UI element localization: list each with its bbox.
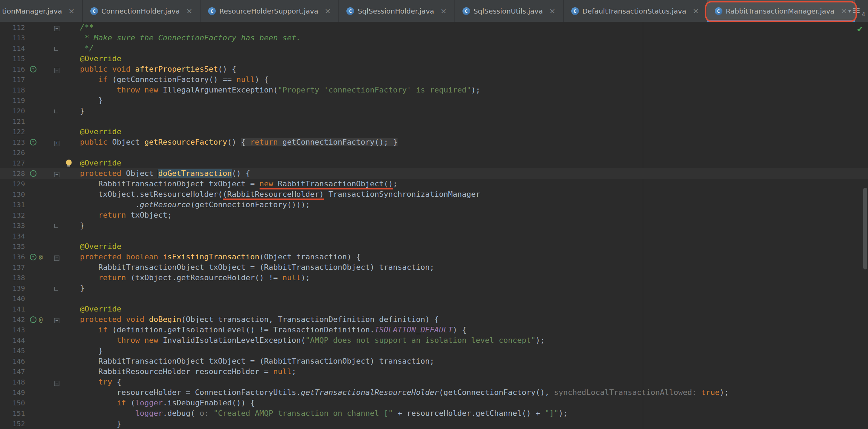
code-line-126[interactable]: 126 xyxy=(0,147,868,158)
code-token: if xyxy=(117,398,126,407)
fold-strip: + xyxy=(54,137,59,147)
tab-sqlsessionutils-java[interactable]: CSqlSessionUtils.java× xyxy=(455,0,564,22)
code-line-152[interactable]: 152 } xyxy=(0,419,868,429)
code-line-142[interactable]: 142↑@− protected void doBegin(Object tra… xyxy=(0,314,868,325)
code-line-151[interactable]: 151 logger.debug( o: "Created AMQP trans… xyxy=(0,408,868,419)
code-line-136[interactable]: 136↑@− protected boolean isExistingTrans… xyxy=(0,252,868,262)
code-line-148[interactable]: 148− try { xyxy=(0,377,868,387)
code-line-137[interactable]: 137 RabbitTransactionObject txObject = (… xyxy=(0,262,868,273)
tab-close-icon[interactable]: × xyxy=(68,7,74,15)
gutter: 141 xyxy=(0,304,62,314)
override-method-icon[interactable]: ↑ xyxy=(30,170,36,177)
code-line-149[interactable]: 149 resourceHolder = ConnectionFactoryUt… xyxy=(0,387,868,398)
fold-expand-icon[interactable]: + xyxy=(54,141,59,146)
code-line-143[interactable]: 143 if (definition.getIsolationLevel() !… xyxy=(0,325,868,335)
code-line-116[interactable]: 116↑− public void afterPropertiesSet() { xyxy=(0,64,868,74)
code-line-138[interactable]: 138 return (txObject.getResourceHolder()… xyxy=(0,273,868,283)
code-line-120[interactable]: 120 } xyxy=(0,106,868,116)
code-line-128[interactable]: 128↑− protected Object doGetTransaction(… xyxy=(0,168,868,179)
code-line-141[interactable]: 141 @Override xyxy=(0,304,868,314)
tab-resourceholdersupport-java[interactable]: CResourceHolderSupport.java× xyxy=(200,0,339,22)
fold-end-icon[interactable] xyxy=(54,287,58,291)
fold-end-icon[interactable] xyxy=(54,47,58,51)
tab-close-icon[interactable]: × xyxy=(693,7,699,15)
code-line-140[interactable]: 140 xyxy=(0,293,868,304)
code-line-134[interactable]: 134 xyxy=(0,231,868,241)
code-line-132[interactable]: 132 return txObject; xyxy=(0,210,868,220)
code-token xyxy=(62,252,80,261)
code-line-145[interactable]: 145 } xyxy=(0,346,868,356)
code-line-144[interactable]: 144 throw new InvalidIsolationLevelExcep… xyxy=(0,335,868,346)
scrollbar-thumb[interactable] xyxy=(863,188,867,269)
line-number: 150 xyxy=(0,398,25,408)
code-line-130[interactable]: 130 txObject.setResourceHolder((RabbitRe… xyxy=(0,189,868,200)
code-line-135[interactable]: 135 @Override xyxy=(0,241,868,252)
fold-collapse-icon[interactable]: − xyxy=(54,68,59,73)
code-line-115[interactable]: 115 @Override xyxy=(0,54,868,64)
code-line-147[interactable]: 147 RabbitResourceHolder resourceHolder … xyxy=(0,366,868,377)
code-text: @Override xyxy=(62,304,121,314)
gutter: 117 xyxy=(0,74,62,85)
override-method-icon[interactable]: ↑ xyxy=(30,139,36,146)
fold-collapse-icon[interactable]: − xyxy=(54,256,59,261)
fold-end-icon[interactable] xyxy=(54,224,58,228)
line-number: 116 xyxy=(0,64,25,74)
fold-end-icon[interactable] xyxy=(54,110,58,113)
code-text: .getResource(getConnectionFactory())); xyxy=(62,200,310,210)
code-line-123[interactable]: 123↑+ public Object getResourceFactory()… xyxy=(0,137,868,147)
code-line-117[interactable]: 117 if (getConnectionFactory() == null) … xyxy=(0,74,868,85)
code-line-113[interactable]: 113 * Make sure the ConnectionFactory ha… xyxy=(0,33,868,43)
fold-strip: − xyxy=(54,64,59,74)
code-line-118[interactable]: 118 throw new IllegalArgumentException("… xyxy=(0,85,868,95)
code-line-129[interactable]: 129 RabbitTransactionObject txObject = n… xyxy=(0,179,868,189)
fold-collapse-icon[interactable]: − xyxy=(54,381,59,386)
override-method-icon[interactable]: ↑ xyxy=(30,254,36,260)
override-method-icon[interactable]: ↑ xyxy=(30,316,36,323)
tab-defaulttransactionstatus-java[interactable]: CDefaultTransactionStatus.java× xyxy=(564,0,707,22)
gutter-icons: ↑@ xyxy=(30,252,43,262)
code-text: @Override xyxy=(62,54,121,64)
code-token: (getConnectionFactory(), xyxy=(439,388,554,397)
tab-close-icon[interactable]: × xyxy=(325,7,331,15)
code-line-150[interactable]: 150 if (logger.isDebugEnabled()) { xyxy=(0,398,868,408)
gutter: 148− xyxy=(0,377,62,387)
tab-close-icon[interactable]: × xyxy=(549,7,555,15)
code-line-112[interactable]: 112− /** xyxy=(0,22,868,33)
code-line-114[interactable]: 114 */ xyxy=(0,43,868,54)
fold-collapse-icon[interactable]: − xyxy=(54,172,59,177)
code-line-133[interactable]: 133 } xyxy=(0,220,868,231)
code-line-127[interactable]: 127 @Override xyxy=(0,158,868,168)
hidden-tabs-button[interactable]: ▾ ≡ 4 xyxy=(848,0,865,22)
tab-list-icon: ≡ xyxy=(852,5,861,16)
tab-connectionholder-java[interactable]: CConnectionHolder.java× xyxy=(83,0,200,22)
tab-rabbittransactionmanager-java[interactable]: CRabbitTransactionManager.java× xyxy=(707,0,855,22)
tab-close-icon[interactable]: × xyxy=(841,7,847,15)
fold-collapse-icon[interactable]: − xyxy=(54,318,59,323)
override-method-icon[interactable]: ↑ xyxy=(30,66,36,73)
inspection-status-icon[interactable]: ✔ xyxy=(857,24,863,34)
tab-label: tionManager.java xyxy=(2,7,62,15)
code-line-121[interactable]: 121 xyxy=(0,116,868,127)
tab-sqlsessionholder-java[interactable]: CSqlSessionHolder.java× xyxy=(339,0,455,22)
code-token: () { xyxy=(232,169,250,178)
code-token: "Created AMQP transaction on channel [" xyxy=(213,409,393,418)
code-token: @Override xyxy=(80,54,121,63)
tab-tionmanager-java[interactable]: tionManager.java× xyxy=(0,0,83,22)
tab-close-icon[interactable]: × xyxy=(186,7,193,15)
gutter: 140 xyxy=(0,293,62,304)
code-token: @Override xyxy=(80,242,121,251)
code-line-122[interactable]: 122 @Override xyxy=(0,127,868,137)
code-text: throw new IllegalArgumentException("Prop… xyxy=(62,85,480,95)
fold-strip xyxy=(54,43,58,54)
code-token: txObject; xyxy=(126,211,172,219)
code-token: (getConnectionFactory() == xyxy=(112,75,237,84)
code-line-119[interactable]: 119 } xyxy=(0,95,868,106)
code-text: return txObject; xyxy=(62,210,172,220)
code-line-146[interactable]: 146 RabbitTransactionObject txObject = (… xyxy=(0,356,868,366)
intention-bulb-icon[interactable] xyxy=(66,160,72,165)
fold-collapse-icon[interactable]: − xyxy=(54,26,59,31)
tab-close-icon[interactable]: × xyxy=(440,7,447,15)
fold-strip: − xyxy=(54,22,59,33)
code-line-139[interactable]: 139 } xyxy=(0,283,868,293)
code-line-131[interactable]: 131 .getResource(getConnectionFactory())… xyxy=(0,200,868,210)
